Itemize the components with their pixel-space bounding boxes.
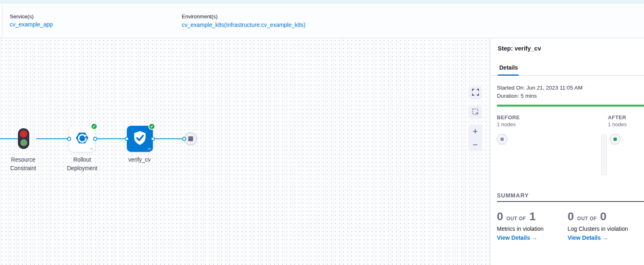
edge-resource-constraint-to-rollout: [36, 138, 70, 139]
arrow-right-icon: →: [602, 234, 608, 241]
environments-label: Environment(s): [182, 13, 218, 20]
code-icon: </>: [147, 147, 151, 151]
step-title: Step: verify_cv: [498, 45, 541, 52]
marquee-select-icon: [472, 108, 479, 117]
metrics-violation-count: 0: [497, 210, 503, 223]
log-clusters-caption: Log Clusters in violation: [568, 226, 628, 232]
log-clusters-violation-count: 0: [568, 210, 574, 223]
top-accent-strip: [0, 0, 644, 3]
port-rollout-out: [93, 137, 97, 141]
log-clusters-out-of-label: OUT OF: [577, 216, 597, 221]
summary-divider: [497, 201, 644, 202]
arrow-right-icon: →: [531, 234, 537, 241]
log-clusters-stat: 0 OUT OF 0: [568, 210, 606, 223]
log-clusters-view-details-link[interactable]: View Details→: [568, 234, 608, 241]
edge-rollout-to-verify: [96, 138, 126, 139]
code-icon: </>: [89, 147, 93, 151]
zoom-controls: + −: [468, 125, 482, 151]
progress-bar: [497, 105, 644, 107]
zoom-out-button[interactable]: −: [468, 138, 482, 151]
service-link[interactable]: cv_example_app: [10, 21, 53, 28]
rollout-deployment-label: Rollout Deployment: [58, 155, 107, 173]
success-check-badge: ✓: [91, 123, 98, 130]
zoom-in-button[interactable]: +: [468, 125, 482, 138]
verify-cv-node[interactable]: ✓ </>: [127, 126, 153, 152]
header-left-divider: [2, 4, 2, 38]
resource-constraint-label: Resource Constraint: [0, 155, 48, 173]
service-environment-header: Service(s) cv_example_app Environment(s)…: [0, 4, 644, 38]
port-end-in: [182, 137, 186, 141]
resource-constraint-node[interactable]: [18, 128, 29, 149]
port-verify-in: [125, 137, 129, 141]
log-clusters-total-count: 0: [600, 210, 607, 223]
environment-name-link[interactable]: cv_example_k8s: [182, 22, 224, 28]
metrics-stat: 0 OUT OF 1: [497, 210, 535, 223]
minus-icon: −: [473, 140, 478, 150]
marquee-select-button[interactable]: [468, 106, 482, 119]
stop-icon: [188, 136, 193, 141]
metrics-total-count: 1: [529, 210, 536, 223]
after-node-hexagon[interactable]: [609, 134, 621, 146]
metrics-caption: Metrics in violation: [497, 226, 544, 232]
metrics-view-details-link[interactable]: View Details→: [497, 234, 537, 241]
edge-start-to-resource-constraint: [0, 138, 18, 139]
duration-text: Duration: 5 mins: [497, 93, 537, 99]
after-label: AFTER: [608, 114, 626, 120]
plus-icon: +: [473, 126, 478, 137]
shield-check-icon: [132, 130, 148, 148]
environment-link[interactable]: cv_example_k8s(Infrastructure:cv_example…: [182, 21, 305, 28]
after-node-count: 1 nodes: [608, 121, 627, 127]
rollout-deployment-icon: [74, 130, 90, 147]
before-label: BEFORE: [497, 114, 520, 120]
before-after-scrollbar[interactable]: [601, 134, 607, 175]
tab-active-underline: [498, 74, 519, 76]
services-label: Service(s): [10, 13, 34, 20]
tab-details[interactable]: Details: [499, 64, 518, 71]
fullscreen-button[interactable]: [468, 86, 482, 99]
pipeline-canvas[interactable]: Resource Constraint ✓ </> Rollout Deploy…: [0, 38, 490, 265]
environment-infrastructure-link[interactable]: (Infrastructure:cv_example_k8s): [224, 22, 305, 28]
before-node-hexagon[interactable]: [496, 134, 508, 146]
rollout-deployment-node[interactable]: ✓ </>: [69, 126, 95, 152]
metrics-out-of-label: OUT OF: [507, 216, 526, 221]
pipeline-execution-view: Service(s) cv_example_app Environment(s)…: [0, 0, 644, 265]
edge-verify-to-end: [153, 138, 185, 139]
before-node-count: 1 nodes: [497, 121, 516, 127]
summary-heading: SUMMARY: [497, 192, 529, 199]
port-rollout-in: [67, 137, 71, 141]
step-details-panel: Step: verify_cv Details Started On: Jun …: [490, 38, 644, 265]
port-verify-out: [151, 137, 155, 141]
success-check-badge: ✓: [148, 123, 155, 130]
fullscreen-icon: [472, 89, 479, 97]
verify-cv-label: verify_cv: [115, 155, 164, 164]
started-on-text: Started On: Jun 21, 2023 11:05 AM: [497, 85, 583, 91]
